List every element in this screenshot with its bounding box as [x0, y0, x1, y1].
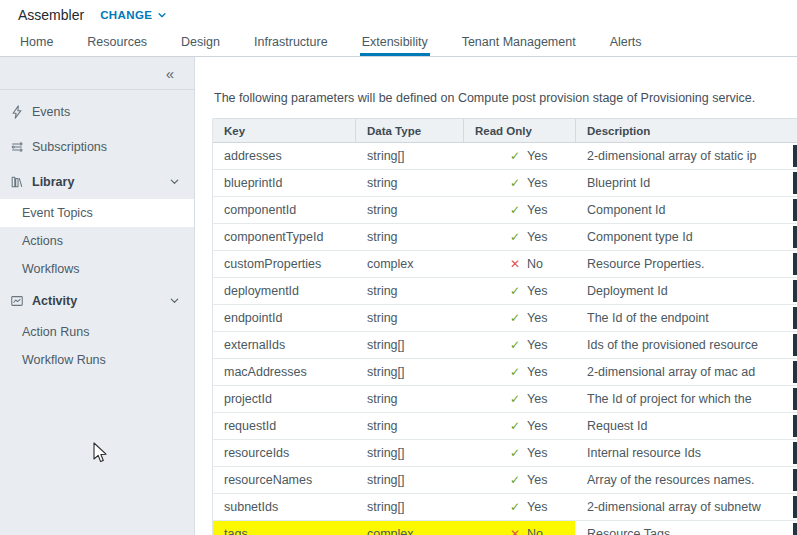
sidebar-item-action-runs[interactable]: Action Runs	[0, 318, 194, 346]
check-icon: ✓	[510, 447, 520, 459]
cell-description: 2-dimensional array of subnetw	[575, 494, 797, 520]
check-icon: ✓	[510, 474, 520, 486]
collapse-sidebar-icon[interactable]: «	[166, 66, 174, 81]
cell-description: The Id of the endpoint	[575, 305, 797, 331]
cell-data-type: string[]	[355, 440, 463, 466]
parameters-intro-text: The following parameters will be defined…	[214, 90, 797, 106]
table-row[interactable]: resourceNames string[] ✓ Yes Array of th…	[213, 467, 797, 494]
change-button[interactable]: CHANGE	[100, 9, 167, 22]
cell-key: resourceNames	[213, 467, 355, 493]
table-row[interactable]: addresses string[] ✓ Yes 2-dimensional a…	[213, 143, 797, 170]
cell-description: Request Id	[575, 413, 797, 439]
cell-read-only: ✓ Yes	[463, 143, 575, 169]
table-row[interactable]: componentTypeId string ✓ Yes Component t…	[213, 224, 797, 251]
column-header-description[interactable]: Description	[575, 119, 797, 142]
sidebar-item-library[interactable]: Library	[0, 164, 194, 199]
table-row[interactable]: projectId string ✓ Yes The Id of project…	[213, 386, 797, 413]
sidebar-item-workflows[interactable]: Workflows	[0, 255, 194, 283]
activity-icon	[10, 294, 25, 308]
cell-read-only: ✓ Yes	[463, 467, 575, 493]
cell-data-type: string[]	[355, 494, 463, 520]
check-icon: ✓	[510, 285, 520, 297]
table-row[interactable]: customProperties complex ✕ No Resource P…	[213, 251, 797, 278]
tab-resources[interactable]: Resources	[87, 35, 147, 56]
app-title: Assembler	[18, 7, 84, 23]
tab-tenant-management[interactable]: Tenant Management	[462, 35, 576, 56]
tab-infrastructure[interactable]: Infrastructure	[254, 35, 328, 56]
cell-data-type: string	[355, 170, 463, 196]
cell-description: Resource Tags.	[575, 521, 797, 535]
check-icon: ✓	[510, 339, 520, 351]
cell-description: Internal resource Ids	[575, 440, 797, 466]
chevron-down-icon	[157, 9, 167, 22]
cell-description: Array of the resources names.	[575, 467, 797, 493]
cell-read-only: ✓ Yes	[463, 224, 575, 250]
cell-data-type: string	[355, 413, 463, 439]
cell-read-only: ✓ Yes	[463, 413, 575, 439]
cell-key: resourceIds	[213, 440, 355, 466]
check-icon: ✓	[510, 366, 520, 378]
cell-key: tags	[213, 521, 355, 535]
table-row[interactable]: blueprintId string ✓ Yes Blueprint Id	[213, 170, 797, 197]
tab-extensibility[interactable]: Extensibility	[362, 35, 428, 56]
cell-data-type: string	[355, 278, 463, 304]
cell-read-only: ✓ Yes	[463, 332, 575, 358]
check-icon: ✓	[510, 177, 520, 189]
cell-key: addresses	[213, 143, 355, 169]
check-icon: ✓	[510, 393, 520, 405]
check-icon: ✓	[510, 150, 520, 162]
sidebar-nav: Events Subscriptions Library Event Topic…	[0, 90, 194, 374]
column-header-read-only[interactable]: Read Only	[463, 119, 575, 142]
sidebar-item-activity[interactable]: Activity	[0, 283, 194, 318]
sidebar-item-workflow-runs[interactable]: Workflow Runs	[0, 346, 194, 374]
change-button-label: CHANGE	[100, 9, 152, 21]
cell-description: Blueprint Id	[575, 170, 797, 196]
chevron-down-icon	[169, 295, 180, 306]
sidebar: « Events Subscriptions Library Event Top…	[0, 57, 195, 535]
cell-read-only: ✓ Yes	[463, 386, 575, 412]
sidebar-item-actions[interactable]: Actions	[0, 227, 194, 255]
sidebar-header: «	[0, 57, 194, 90]
main-content: The following parameters will be defined…	[195, 57, 797, 535]
sidebar-item-event-topics[interactable]: Event Topics	[0, 199, 194, 227]
table-row[interactable]: subnetIds string[] ✓ Yes 2-dimensional a…	[213, 494, 797, 521]
cell-read-only: ✓ Yes	[463, 440, 575, 466]
cell-key: macAddresses	[213, 359, 355, 385]
cell-key: componentTypeId	[213, 224, 355, 250]
cell-read-only: ✓ Yes	[463, 278, 575, 304]
tab-design[interactable]: Design	[181, 35, 220, 56]
cross-icon: ✕	[510, 528, 520, 535]
tab-home[interactable]: Home	[20, 35, 53, 56]
cell-description: 2-dimensional array of static ip	[575, 143, 797, 169]
sidebar-item-events[interactable]: Events	[0, 94, 194, 129]
table-row[interactable]: deploymentId string ✓ Yes Deployment Id	[213, 278, 797, 305]
column-header-key[interactable]: Key	[213, 119, 355, 142]
table-row[interactable]: macAddresses string[] ✓ Yes 2-dimensiona…	[213, 359, 797, 386]
tab-alerts[interactable]: Alerts	[610, 35, 642, 56]
column-header-data-type[interactable]: Data Type	[355, 119, 463, 142]
page-body: « Events Subscriptions Library Event Top…	[0, 57, 797, 535]
sidebar-item-subscriptions[interactable]: Subscriptions	[0, 129, 194, 164]
table-row[interactable]: tags complex ✕ No Resource Tags.	[213, 521, 797, 535]
cell-read-only: ✓ Yes	[463, 494, 575, 520]
cell-data-type: string[]	[355, 332, 463, 358]
cell-key: endpointId	[213, 305, 355, 331]
table-row[interactable]: componentId string ✓ Yes Component Id	[213, 197, 797, 224]
table-row[interactable]: endpointId string ✓ Yes The Id of the en…	[213, 305, 797, 332]
assembler-app: Assembler CHANGE HomeResourcesDesignInfr…	[0, 0, 797, 535]
table-row[interactable]: requestId string ✓ Yes Request Id	[213, 413, 797, 440]
cell-key: blueprintId	[213, 170, 355, 196]
check-icon: ✓	[510, 420, 520, 432]
cell-key: componentId	[213, 197, 355, 223]
lightning-icon	[10, 105, 25, 119]
cell-key: deploymentId	[213, 278, 355, 304]
cell-read-only: ✕ No	[463, 521, 575, 535]
cell-data-type: string	[355, 197, 463, 223]
cell-data-type: string[]	[355, 143, 463, 169]
cell-description: Component type Id	[575, 224, 797, 250]
table-row[interactable]: resourceIds string[] ✓ Yes Internal reso…	[213, 440, 797, 467]
cell-data-type: string	[355, 224, 463, 250]
parameters-table: KeyData TypeRead OnlyDescription address…	[212, 118, 797, 535]
cell-description: Ids of the provisioned resource	[575, 332, 797, 358]
table-row[interactable]: externalIds string[] ✓ Yes Ids of the pr…	[213, 332, 797, 359]
